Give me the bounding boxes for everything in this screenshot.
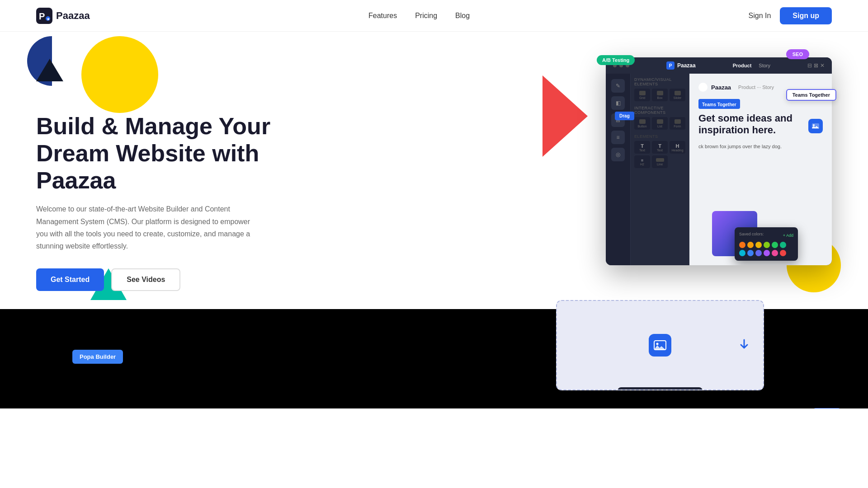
hero-content: Build & Manage Your Dream Website with P…	[36, 32, 289, 309]
builder-icon	[649, 334, 671, 357]
add-color-label[interactable]: + Add	[783, 233, 793, 238]
icon-badge	[808, 119, 823, 133]
canvas-logo-text: Paazaa	[711, 84, 731, 91]
panel-item-9: HHeading	[670, 141, 685, 154]
swatch-7[interactable]	[739, 250, 745, 256]
deco-red-triangle	[542, 75, 601, 168]
swatch-3[interactable]	[755, 242, 762, 248]
swatch-10[interactable]	[764, 250, 770, 256]
app-logo-area: P Paazaa	[666, 61, 696, 70]
nav-actions: Sign In Sign up	[749, 7, 832, 24]
panel-item-6: Form	[670, 117, 685, 130]
icon-cursor	[808, 119, 823, 133]
teams-badge: Teams Together	[786, 89, 836, 101]
panel-item-10: ≡H2	[634, 155, 650, 168]
app-canvas: Paazaa Product ··· Story Teams Together …	[689, 74, 832, 265]
tab-product[interactable]: Product	[733, 63, 752, 68]
tab-story[interactable]: Story	[759, 63, 770, 68]
maximize-icon: ⊠	[814, 62, 818, 69]
ab-testing-badge: A/B Testing	[597, 55, 635, 65]
drag-badge-bottom: Drag	[813, 408, 841, 408]
toolbar-item-t2: T Text	[639, 390, 657, 390]
sidebar-icon-4: ≡	[611, 131, 625, 144]
panel-label-2: INTERACTIVE COMPONENTS	[634, 106, 685, 115]
swatch-6[interactable]	[780, 242, 786, 248]
panel-section-3: ELEMENTS TText TText HHeading ≡H2 Line	[634, 134, 685, 168]
canvas-logo-subtext: Product ··· Story	[738, 84, 774, 90]
sidebar-icon-2: ◧	[611, 96, 625, 110]
app-window-tabs: Product Story	[733, 63, 770, 68]
app-sidebar: ✎ ◧ ⊞ ≡ ◎	[606, 74, 631, 265]
app-logo-icon: P	[666, 61, 675, 70]
swatch-2[interactable]	[747, 242, 754, 248]
builder-preview: T Text T Text H Heading F Float	[556, 300, 764, 390]
saved-colors-label: Saved colors:	[739, 232, 764, 236]
sign-up-button[interactable]: Sign up	[780, 7, 832, 24]
seo-badge: SEO	[786, 49, 809, 59]
bottom-section: Popa Builder T Text	[0, 309, 868, 408]
app-panel: DYNAMIC/VISUAL ELEMENTS Grid Box Slider …	[631, 74, 689, 265]
canvas-teams-text: Teams Together	[702, 102, 736, 107]
window-action-icons: ⊟ ⊠ ✕	[807, 62, 825, 69]
swatch-8[interactable]	[747, 250, 754, 256]
get-started-button[interactable]: Get Started	[36, 268, 104, 291]
swatch-12[interactable]	[780, 250, 786, 256]
image-icon	[811, 122, 820, 130]
drag-badge: Drag	[615, 112, 634, 120]
panel-item-1: Grid	[634, 89, 650, 101]
panel-item-5: List	[652, 117, 668, 130]
swatch-11[interactable]	[772, 250, 778, 256]
sign-in-button[interactable]: Sign In	[749, 12, 771, 20]
see-videos-button[interactable]: See Videos	[111, 268, 180, 291]
hero-title: Build & Manage Your Dream Website with P…	[36, 113, 289, 194]
swatch-1[interactable]	[739, 242, 745, 248]
nav-features[interactable]: Features	[368, 12, 397, 19]
swatch-4[interactable]	[764, 242, 770, 248]
color-picker-header: Saved colors: + Add	[739, 232, 793, 239]
cursor-arrow	[739, 339, 750, 352]
arrow-icon	[739, 339, 750, 350]
color-swatches	[739, 242, 793, 256]
canvas-heading: Get some ideas and inspiration here.	[698, 113, 823, 136]
logo[interactable]: P ★ Paazaa	[36, 8, 90, 24]
panel-item-2: Box	[652, 89, 668, 101]
swatch-5[interactable]	[772, 242, 778, 248]
canvas-fox-text: ck brown fox jumps over the lazy dog.	[698, 144, 823, 149]
app-logo-letter: P	[669, 63, 672, 68]
panel-label-3: ELEMENTS	[634, 134, 685, 139]
hero-section: Build & Manage Your Dream Website with P…	[0, 32, 868, 309]
hero-subtitle: Welcome to our state-of-the-art Website …	[36, 203, 262, 252]
nav-links: Features Pricing Blog	[368, 12, 470, 20]
canvas-teams-label: Teams Together	[698, 99, 740, 109]
close-icon: ✕	[820, 62, 825, 69]
hero-buttons: Get Started See Videos	[36, 268, 289, 291]
swatch-9[interactable]	[755, 250, 762, 256]
logo-icon: P ★	[36, 8, 52, 24]
nav-blog[interactable]: Blog	[455, 12, 470, 19]
builder-image-icon	[654, 339, 666, 352]
canvas-content: Paazaa Product ··· Story Teams Together …	[689, 74, 832, 158]
svg-text:P: P	[39, 11, 45, 21]
svg-point-7	[813, 124, 815, 126]
panel-items-1: Grid Box Slider	[634, 89, 685, 101]
app-logo-name: Paazaa	[677, 62, 696, 69]
color-picker-popup: Saved colors: + Add	[735, 227, 798, 261]
panel-section-1: DYNAMIC/VISUAL ELEMENTS Grid Box Slider	[634, 77, 685, 101]
sidebar-icon-5: ◎	[611, 148, 625, 161]
svg-point-9	[656, 343, 659, 345]
toolbar-item-h: H Heading	[658, 390, 681, 390]
sidebar-icon-1: ✎	[611, 79, 625, 93]
panel-item-11: Line	[652, 155, 668, 168]
builder-preview-inner: T Text T Text H Heading F Float	[557, 301, 763, 389]
svg-marker-4	[542, 75, 588, 157]
panel-section-2: INTERACTIVE COMPONENTS Button List Form	[634, 106, 685, 130]
panel-item-3: Slider	[670, 89, 685, 101]
hero-app-preview: A/B Testing SEO Teams Together Drag P	[570, 57, 832, 283]
svg-text:★: ★	[47, 17, 50, 21]
logo-text: Paazaa	[56, 10, 90, 22]
popa-builder-badge: Popa Builder	[72, 350, 123, 364]
panel-item-7: TText	[634, 141, 650, 154]
canvas-logo-icon	[698, 83, 708, 92]
nav-pricing[interactable]: Pricing	[415, 12, 437, 19]
app-topbar: P Paazaa Product Story ⊟ ⊠ ✕	[606, 57, 832, 74]
